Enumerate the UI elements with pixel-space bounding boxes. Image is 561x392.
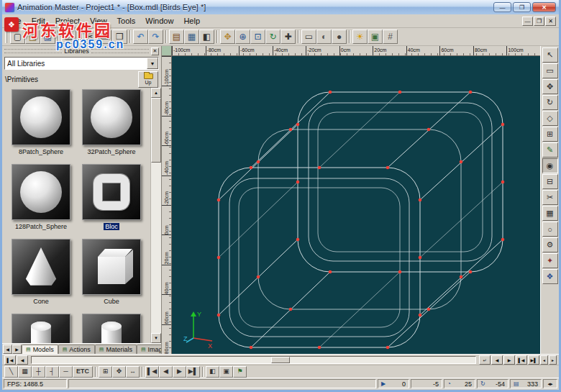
zoom-tool-button[interactable]: ⊕ xyxy=(235,29,250,44)
mirror-tool[interactable]: ❖ xyxy=(542,269,558,284)
group-tool[interactable]: ▭ xyxy=(542,63,558,78)
shaded-mode-button[interactable]: ◐ xyxy=(316,29,332,44)
drag-mode-button[interactable]: ✥ xyxy=(112,366,126,378)
range-start-button[interactable]: ▌◀ xyxy=(516,355,527,365)
range-end-button[interactable]: ▶▌ xyxy=(528,355,539,365)
camera-button[interactable]: ▣ xyxy=(368,29,383,44)
separator[interactable] xyxy=(142,367,143,377)
separator[interactable] xyxy=(216,30,218,43)
model-thumbnail[interactable] xyxy=(12,164,70,220)
minimize-button[interactable]: — xyxy=(493,2,511,12)
maximize-button[interactable]: ❐ xyxy=(513,2,531,12)
lathe-tool[interactable]: ◉ xyxy=(542,158,558,173)
toolbar-gripper[interactable] xyxy=(5,30,7,43)
cut-button[interactable]: ✂ xyxy=(82,29,97,44)
redo-button[interactable]: ↷ xyxy=(148,29,163,44)
primitive-tool[interactable]: ○ xyxy=(542,222,558,237)
model-thumbnail[interactable] xyxy=(12,89,70,145)
properties-button[interactable]: ◧ xyxy=(199,29,214,44)
render-mode-button[interactable]: ● xyxy=(332,29,347,44)
menu-item[interactable]: Edit xyxy=(27,15,50,27)
menu-item[interactable]: Window xyxy=(140,15,178,27)
mdi-restore-button[interactable]: ❐ xyxy=(534,17,544,26)
header-grip[interactable] xyxy=(91,49,149,53)
open-button[interactable]: ◰ xyxy=(25,29,40,44)
separator[interactable] xyxy=(349,30,350,43)
separator[interactable] xyxy=(165,30,167,43)
undo-button[interactable]: ↶ xyxy=(133,29,148,44)
library-item[interactable] xyxy=(6,314,76,343)
library-item[interactable]: 8Patch_Sphere xyxy=(6,89,76,164)
header-grip[interactable] xyxy=(4,49,62,53)
first-frame-button[interactable]: ▌◀ xyxy=(145,366,159,378)
separator[interactable] xyxy=(129,30,131,43)
render-lock-button[interactable]: ▣ xyxy=(219,366,233,378)
close-button[interactable]: ✕ xyxy=(532,2,556,12)
flatten-button[interactable]: ─ xyxy=(59,366,73,378)
group-mode-button[interactable]: ⊞ xyxy=(99,366,112,378)
scroll-up-icon[interactable]: ▲ xyxy=(151,88,161,98)
tab-scroll-right-icon[interactable]: ▶ xyxy=(12,345,22,354)
frame-spin-down[interactable]: ◂ xyxy=(540,355,548,365)
library-filter-select[interactable]: All Libraries ▼ xyxy=(4,57,159,70)
select-tool[interactable]: ↖ xyxy=(542,47,558,63)
timeline-thumb[interactable] xyxy=(271,357,290,363)
previous-frame-button[interactable]: ◀ xyxy=(159,366,173,378)
library-item[interactable] xyxy=(76,314,147,343)
copy-button[interactable]: ❐ xyxy=(97,29,112,44)
tab-models[interactable]: ▤ Models xyxy=(22,345,58,354)
scale-tool[interactable]: ◇ xyxy=(542,111,558,126)
last-frame-button[interactable]: ▶▌ xyxy=(186,366,200,378)
options-tool[interactable]: ⚙ xyxy=(542,237,558,252)
mdi-close-button[interactable]: ✕ xyxy=(545,17,556,26)
insert-button[interactable]: ┤ xyxy=(45,366,59,378)
menu-item[interactable]: Help xyxy=(178,15,205,27)
spline-draw-button[interactable]: ╲ xyxy=(4,366,18,378)
shade-mode-button[interactable]: ◧ xyxy=(206,366,219,378)
light-button[interactable]: ☀ xyxy=(352,29,368,44)
library-item[interactable]: Cone xyxy=(6,239,76,314)
model-thumbnail[interactable] xyxy=(12,239,70,295)
up-folder-button[interactable]: Up xyxy=(138,71,158,88)
menu-item[interactable]: View xyxy=(85,15,112,27)
model-thumbnail[interactable] xyxy=(82,164,141,220)
model-thumbnail[interactable] xyxy=(82,239,141,295)
zoom-region-button[interactable]: ⊡ xyxy=(250,29,265,44)
app-icon[interactable] xyxy=(5,3,14,12)
break-spline-tool[interactable]: ✂ xyxy=(542,190,558,205)
etc-button[interactable]: ETC xyxy=(73,366,93,378)
menu-item[interactable]: Project xyxy=(50,15,85,27)
move-tool[interactable]: ✥ xyxy=(542,79,558,94)
library-button[interactable]: ▤ xyxy=(169,29,184,44)
print-button[interactable]: ❏ xyxy=(61,29,76,44)
wireframe-mode-button[interactable]: ▭ xyxy=(301,29,316,44)
scrollbar-track[interactable] xyxy=(151,98,161,333)
grid-wizard-tool[interactable]: ▦ xyxy=(542,206,558,221)
add-cp-button[interactable]: ┼ xyxy=(32,366,45,378)
step-back-button[interactable]: ◀ xyxy=(17,355,28,365)
tab-scroll-left-icon[interactable]: ◀ xyxy=(3,345,12,354)
separator[interactable] xyxy=(95,367,96,377)
save-button[interactable]: ▣ xyxy=(40,29,55,44)
turn-view-button[interactable]: ↻ xyxy=(265,29,280,44)
library-scrollbar[interactable]: ▲ ▼ xyxy=(150,88,161,343)
spline-tool[interactable]: ✎ xyxy=(542,142,558,158)
viewport-canvas[interactable]: Y X Z xyxy=(172,56,540,354)
separator[interactable] xyxy=(58,30,59,43)
grid-toggle-button[interactable]: # xyxy=(383,29,398,44)
library-item[interactable]: Bloc xyxy=(76,164,147,239)
pan-tool-button[interactable]: ✥ xyxy=(220,29,235,44)
move-view-button[interactable]: ✚ xyxy=(280,29,296,44)
library-close-icon[interactable]: ✕ xyxy=(151,47,159,55)
separator[interactable] xyxy=(78,30,80,43)
model-thumbnail[interactable] xyxy=(12,314,70,343)
add-point-tool[interactable]: ⊞ xyxy=(542,127,558,142)
model-thumbnail[interactable] xyxy=(82,89,141,145)
tab-actions[interactable]: ▤ Actions xyxy=(58,345,95,354)
rewind-button[interactable]: ▌◀ xyxy=(4,355,16,365)
tab-materials[interactable]: ▤ Materials xyxy=(95,345,137,354)
paste-button[interactable]: ❒ xyxy=(112,29,127,44)
separator[interactable] xyxy=(202,367,204,377)
separator[interactable] xyxy=(298,30,299,43)
menu-item[interactable]: File xyxy=(4,15,27,27)
